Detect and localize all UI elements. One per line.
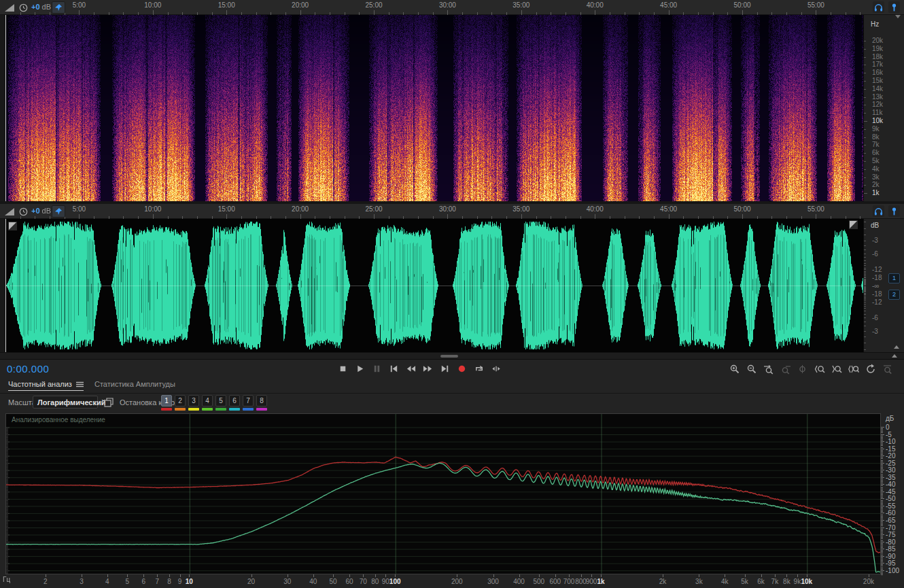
zoom-in-button[interactable] [727,362,742,376]
db-tick-label: -45 [886,488,895,496]
amplitude-unit-label: dB [871,222,879,229]
scale-arrow-icon[interactable] [894,345,899,349]
waveform-canvas[interactable] [5,219,863,352]
pin-icon[interactable] [888,1,900,13]
zoom-in-at-out-point-button[interactable] [829,362,844,376]
hold-color-swatch [175,408,186,411]
waveform-left-zoombar[interactable] [0,219,5,352]
ruler-tick [447,214,448,219]
spectrogram-display[interactable]: Hz 20k19k18k17k16k15k14k13k12k11k10k9k8k… [0,15,904,201]
waveform-display[interactable]: dB -3-3-6-6-12-12-18-18-∞12 [0,219,904,352]
zoom-in-at-in-point-button[interactable] [812,362,827,376]
frequency-plot-svg [6,414,880,574]
solo-headphones-icon[interactable] [873,205,884,217]
panel-menu-icon[interactable] [76,381,84,387]
go-to-start-button[interactable] [387,362,401,376]
zoom-to-selection-time-button[interactable] [846,362,860,376]
record-button[interactable] [455,362,469,376]
play-button[interactable] [353,362,367,376]
amplitude-scale[interactable]: dB -3-3-6-6-12-12-18-18-∞12 [863,219,904,352]
time-display[interactable]: 0:00.000 [7,363,49,375]
db-scale-label: -3 [872,237,878,244]
frequency-unit-label: Hz [871,20,879,28]
hold-button-3[interactable]: 3 [188,395,199,411]
ruler-tick [79,214,80,219]
hold-button-7[interactable]: 7 [243,395,254,411]
skip-selection-button[interactable] [489,362,503,376]
gain-readout[interactable]: +0dB [31,207,51,215]
zoom-to-selection-button[interactable] [761,362,776,376]
db-axis: дБ0-5-10-15-20-25-30-35-40-45-50-55-60-6… [881,413,904,587]
hold-button-5[interactable]: 5 [215,395,226,411]
hold-button-4[interactable]: 4 [202,395,213,411]
clock-icon[interactable] [18,206,29,217]
spectral-left-zoombar[interactable] [0,15,5,201]
playhead-line[interactable] [5,15,6,201]
corner-grabber-icon[interactable] [849,220,858,229]
frequency-plot[interactable]: Анализированное выделение [5,413,881,574]
freq-tick-label: 3k [695,578,703,585]
snap-toggle-button[interactable] [52,205,65,218]
horizontal-scrollbar[interactable] [0,352,904,359]
freq-tick-label: 80 [371,578,379,585]
db-tick-label: -5 [886,431,892,438]
rewind-button[interactable] [404,362,418,376]
hold-button-8[interactable]: 8 [256,395,267,411]
scrollbar-handle[interactable] [440,355,458,358]
hold-button-6[interactable]: 6 [229,395,240,411]
spectral-panel-header: 5:0010:0015:0020:0025:0030:0035:0040:004… [0,0,904,15]
db-tick-label: -80 [886,538,895,546]
ruler-label: 10:00 [144,205,161,213]
level-meter-icon[interactable] [4,206,15,217]
playhead-line[interactable] [5,219,6,352]
scale-select[interactable]: Логарифмический [33,396,98,409]
corner-grabber-icon[interactable] [8,222,17,230]
gain-readout[interactable]: +0dB [31,3,51,11]
clock-icon[interactable] [18,2,29,13]
ruler-tick [742,10,743,15]
pause-button[interactable] [370,362,384,376]
ruler-label: 55:00 [807,1,824,9]
channel-badge[interactable]: 1 [888,273,900,283]
tab-amplitude-statistics[interactable]: Статистика Амплитуды [94,380,175,388]
freq-scale-label: 16k [872,69,883,76]
frequency-scale[interactable]: Hz 20k19k18k17k16k15k14k13k12k11k10k9k8k… [863,15,904,201]
pin-icon[interactable] [888,205,900,217]
db-axis-unit: дБ [886,415,894,422]
level-meter-icon[interactable] [4,2,15,13]
scroll-up-arrow-icon[interactable] [892,354,897,358]
solo-headphones-icon[interactable] [873,1,884,13]
db-tick-label: -60 [886,509,895,517]
zoom-amplitude-button[interactable] [795,362,810,376]
fast-forward-button[interactable] [421,362,435,376]
hold-color-swatch [256,408,267,411]
zoom-out-full-button[interactable] [778,362,793,376]
freq-tick-label: 6 [141,578,145,585]
freq-scale-label: 9k [872,125,880,133]
tab-frequency-analysis[interactable]: Частотный анализ [8,380,84,391]
hold-button-2[interactable]: 2 [175,395,186,411]
snap-toggle-button[interactable] [52,1,65,14]
channel-badge[interactable]: 2 [888,290,900,300]
reset-zoom-button[interactable] [863,362,877,376]
hold-button-label: 5 [215,395,226,407]
copy-frames-button[interactable] [102,396,116,409]
loop-playback-button[interactable] [472,362,486,376]
freq-scale-label: 14k [872,85,883,92]
gain-value: +0 [31,207,40,215]
waveform-timeline-ruler[interactable]: 5:0010:0015:0020:0025:0030:0035:0040:004… [0,204,863,219]
go-to-end-button[interactable] [438,362,452,376]
db-tick-label: -75 [886,531,895,538]
freq-scale-label: 2k [872,181,880,188]
panel-tab-bar: Частотный анализ Статистика Амплитуды [0,378,904,394]
spectrogram-canvas[interactable] [5,15,863,201]
zoom-out-button[interactable] [744,362,759,376]
freq-tick-label: 10k [801,578,812,585]
db-tick-label: -10 [886,438,895,445]
zoom-full-button[interactable] [880,362,894,376]
stop-button[interactable] [336,362,350,376]
spectral-timeline-ruler[interactable]: 5:0010:0015:0020:0025:0030:0035:0040:004… [0,0,863,15]
db-scale-label: -18 [872,274,882,281]
scale-menu-chevron-icon[interactable] [895,15,901,18]
hold-button-1[interactable]: 1 [161,395,172,411]
